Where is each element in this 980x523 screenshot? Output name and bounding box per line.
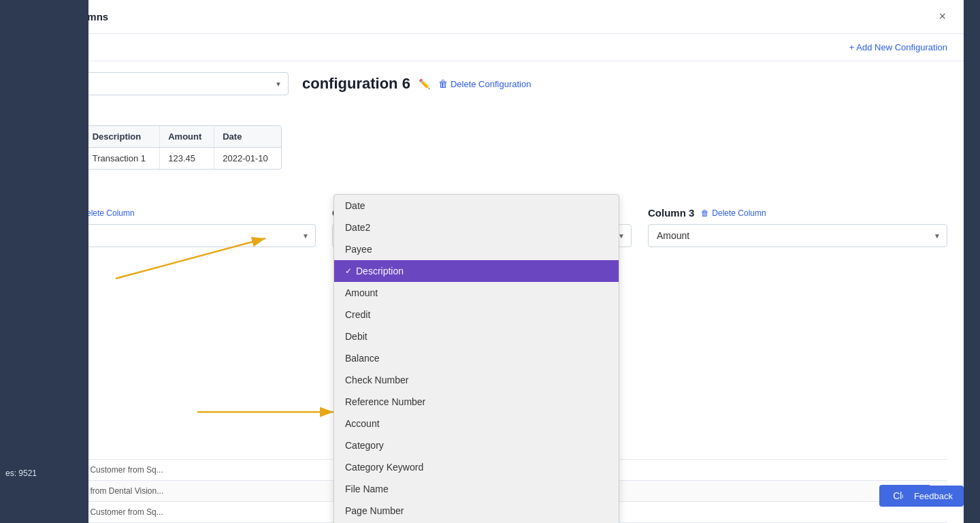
- dropdown-item-description[interactable]: ✓ Description: [334, 260, 619, 282]
- right-edge-panel: [964, 0, 980, 523]
- column-3-select[interactable]: Amount: [648, 224, 947, 247]
- dropdown-item-date[interactable]: Date: [334, 195, 619, 217]
- toolbar: Watch Tutorial + Add New Configuration: [0, 34, 964, 61]
- left-sidebar: es: 9521: [0, 0, 88, 523]
- dropdown-item-credit-label: Credit: [345, 309, 370, 320]
- dropdown-item-file-name[interactable]: File Name: [334, 478, 619, 500]
- dropdown-item-debit-label: Debit: [345, 331, 368, 342]
- dropdown-item-check-number[interactable]: Check Number: [334, 369, 619, 391]
- dropdown-item-category-keyword[interactable]: Category Keyword: [334, 456, 619, 478]
- dropdown-item-check-number-label: Check Number: [345, 375, 408, 385]
- dropdown-item-account-label: Account: [345, 418, 380, 429]
- trash-icon: 🗑: [438, 78, 448, 89]
- preview-col-description: Description: [84, 126, 160, 148]
- columns-section: + Add Column Column 1 🗑 Delete Column: [0, 180, 964, 247]
- preview-cell-amount: 123.45: [160, 148, 214, 170]
- modal-header: Configure Columns ×: [0, 0, 964, 34]
- delete-col1-label: Delete Column: [80, 208, 134, 218]
- dropdown-item-category-label: Category: [345, 440, 384, 451]
- dropdown-item-category[interactable]: Category: [334, 434, 619, 456]
- delete-col3-label: Delete Column: [712, 208, 766, 218]
- preview-section: Preview Date Description Amount Date 202…: [0, 106, 964, 180]
- column-3-select-wrap: Amount ▼: [648, 224, 947, 247]
- config-name-display: configuration 6: [302, 75, 410, 93]
- preview-cell-desc: Transaction 1: [84, 148, 160, 170]
- dropdown-item-reference-number-label: Reference Number: [345, 396, 425, 407]
- delete-column-3-button[interactable]: 🗑 Delete Column: [701, 208, 766, 218]
- delete-configuration-button[interactable]: 🗑 Delete Configuration: [438, 78, 532, 89]
- add-new-config-label: + Add New Configuration: [849, 42, 947, 52]
- dropdown-item-amount-label: Amount: [345, 287, 378, 298]
- modal-body: Watch Tutorial + Add New Configuration c…: [0, 34, 964, 523]
- dropdown-item-reference-number[interactable]: Reference Number: [334, 391, 619, 413]
- dropdown-item-file-name-label: File Name: [345, 484, 389, 494]
- dropdown-item-balance[interactable]: Balance: [334, 347, 619, 369]
- preview-col-date2: Date: [214, 126, 281, 148]
- column-3-block: Column 3 🗑 Delete Column Amount ▼: [648, 207, 947, 247]
- edit-config-name-button[interactable]: ✏️: [419, 78, 430, 89]
- dropdown-item-date2[interactable]: Date2: [334, 217, 619, 238]
- dropdown-item-amount[interactable]: Amount: [334, 282, 619, 304]
- sessions-label: es: 9521: [0, 463, 88, 484]
- dropdown-item-payee-label: Payee: [345, 244, 372, 255]
- dropdown-item-date2-label: Date2: [345, 222, 370, 233]
- column-3-title: Column 3: [648, 207, 694, 219]
- dropdown-item-category-keyword-label: Category Keyword: [345, 462, 423, 473]
- dropdown-item-date-label: Date: [345, 200, 365, 211]
- modal-close-button[interactable]: ×: [934, 8, 950, 25]
- dropdown-item-page-number-label: Page Number: [345, 505, 404, 516]
- dropdown-item-account[interactable]: Account: [334, 413, 619, 434]
- preview-label: Preview: [16, 106, 947, 118]
- delete-config-label: Delete Configuration: [451, 79, 532, 89]
- dropdown-item-balance-label: Balance: [345, 353, 380, 364]
- column-type-dropdown[interactable]: Date Date2 Payee ✓ Description Amount Cr…: [333, 194, 619, 523]
- dropdown-item-debit[interactable]: Debit: [334, 326, 619, 347]
- column-3-header: Column 3 🗑 Delete Column: [648, 207, 947, 219]
- preview-cell-date2: 2022-01-10: [214, 148, 281, 170]
- feedback-button[interactable]: Feedback: [903, 486, 964, 507]
- add-new-configuration-button[interactable]: + Add New Configuration: [849, 42, 947, 52]
- trash-col3-icon: 🗑: [701, 208, 709, 218]
- preview-col-amount: Amount: [160, 126, 214, 148]
- dropdown-item-page-number[interactable]: Page Number: [334, 500, 619, 522]
- configuration-section: configuration 1 configuration 2 configur…: [0, 61, 964, 106]
- dropdown-item-description-label: Description: [356, 266, 404, 276]
- dropdown-item-credit[interactable]: Credit: [334, 304, 619, 326]
- dropdown-item-payee[interactable]: Payee: [334, 238, 619, 260]
- config-name-row: configuration 6 ✏️ 🗑 Delete Configuratio…: [302, 75, 531, 93]
- check-mark-icon: ✓: [345, 266, 352, 276]
- configure-columns-modal: Configure Columns × Watch Tutorial + Add…: [0, 0, 964, 523]
